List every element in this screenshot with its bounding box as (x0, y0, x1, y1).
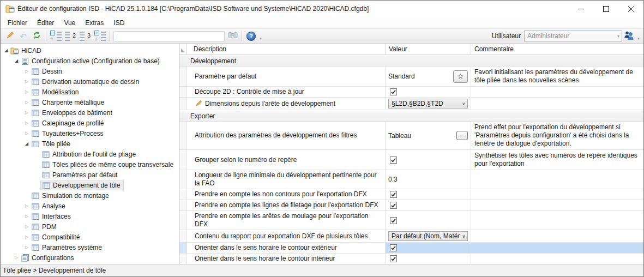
grid-row-parametre-par-defaut[interactable]: Paramètre par défautStandard☆Favori init… (179, 67, 643, 87)
toolbar-overflow-button[interactable]: ▾ (258, 30, 263, 42)
column-header-description[interactable]: Description (187, 44, 386, 55)
tree-item-tole-pliee[interactable]: ◢Tôle pliée (1, 138, 179, 149)
minimize-button[interactable] (568, 1, 593, 17)
column-header-commentaire[interactable]: Commentaire (471, 44, 643, 55)
tree-item-parametres-systeme[interactable]: ▷Paramètres système (1, 242, 179, 252)
tree-item-charpente-metallique[interactable]: ▷Charpente métallique (1, 97, 179, 107)
tree-item-parametres-par-defaut[interactable]: Paramètres par défaut (1, 170, 179, 180)
checkbox-checked[interactable] (390, 255, 397, 262)
expander-collapsed-icon[interactable]: ▷ (23, 100, 30, 105)
column-header-valeur[interactable]: Valeur (386, 44, 471, 55)
tree-item-calepinage-de-profile[interactable]: ▷Calepinage de profilé (1, 118, 179, 128)
tree-item-label: Enveloppes de bâtiment (42, 109, 115, 117)
menu-editer[interactable]: Éditer (32, 17, 59, 28)
expand-level-2-button[interactable]: 2 (63, 30, 78, 43)
tree-item-hicad[interactable]: ◢HiCAD (1, 45, 179, 56)
comment-cell (471, 98, 643, 110)
expand-tree-button[interactable]: +↓ (93, 30, 107, 43)
tree-item-modelisation[interactable]: ▷Modélisation (1, 87, 179, 97)
tree-item-label: Configuration active (Configuration de b… (32, 57, 162, 65)
menu-vue[interactable]: Vue (59, 17, 80, 28)
grid-row-decoupe-2d-controle-de-mise-a-jour[interactable]: Découpe 2D : Contrôle de mise à jour (179, 87, 643, 98)
menu-isd[interactable]: ISD (109, 17, 129, 28)
expander-collapsed-icon[interactable]: ▷ (23, 80, 30, 84)
tree-item-derivation-automatique-de-dessin[interactable]: ▷Dérivation automatique de dessin (1, 76, 179, 87)
tree-item-interfaces[interactable]: ▷Interfaces (1, 211, 179, 221)
menu-extras[interactable]: Extras (80, 17, 109, 28)
tree-item-content: Attribution de l'outil de pliage (40, 149, 139, 159)
tree-item-simulation-de-montage[interactable]: Simulation de montage (1, 190, 179, 201)
tree-item-configurations[interactable]: ▷Configurations (1, 252, 179, 263)
grid-row-prendre-en-compte-les-aretes-de-moulage-po[interactable]: Prendre en compte les arêtes de moulage … (179, 211, 643, 230)
value-select[interactable]: §L2D,§B2D,§T2D∨ (388, 99, 468, 109)
tree-item-developpement-de-tole[interactable]: Développement de tôle (1, 180, 179, 190)
expander-collapsed-icon[interactable]: ▷ (23, 245, 30, 250)
grid-row-attribution-des-parametres-de-developpemen[interactable]: Attribution des paramètres de développem… (179, 122, 643, 150)
tree-item-analyse[interactable]: ▷Analyse (1, 201, 179, 211)
tree-item-enveloppes-de-batiment[interactable]: ▷Enveloppes de bâtiment (1, 107, 179, 118)
grid-row-orienter-dans-le-sens-horaire-le-contour-i[interactable]: Orienter dans le sens horaire le contour… (179, 254, 643, 264)
expander-expanded-icon[interactable]: ◢ (23, 142, 30, 146)
refresh-button[interactable] (30, 30, 44, 43)
comment-cell: Favori initialisant les paramètres du dé… (471, 67, 643, 86)
ellipsis-button[interactable]: ... (456, 131, 468, 140)
expander-collapsed-icon[interactable]: ▷ (23, 214, 30, 219)
menu-fichier[interactable]: Fichier (3, 17, 32, 28)
favorite-button[interactable]: ☆ (453, 70, 468, 83)
checkbox-checked[interactable] (390, 217, 397, 224)
tree-item-label: Calepinage de profilé (42, 119, 106, 127)
checkbox-checked[interactable] (390, 156, 397, 164)
tree-item-dessin[interactable]: ▷Dessin (1, 66, 179, 76)
tree-item-pdm[interactable]: ▷PDM (1, 221, 179, 232)
expander-collapsed-icon[interactable]: ▷ (23, 235, 30, 239)
tree-item-tuyauteries-process[interactable]: ▷Tuyauteries+Process (1, 128, 179, 138)
grid-row-grouper-selon-le-numero-de-repere[interactable]: Grouper selon le numéro de repèreSynthét… (179, 150, 643, 170)
tree-item-compatibilite[interactable]: ▷Compatibilité (1, 232, 179, 242)
edit-button[interactable] (3, 30, 16, 43)
expander-expanded-icon[interactable]: ◢ (3, 49, 9, 53)
grid-row-orienter-dans-le-sens-horaire-le-contour-e[interactable]: Orienter dans le sens horaire le contour… (179, 243, 643, 254)
tree-item-content: Charpente métallique (30, 98, 107, 107)
grid-row-prendre-en-compte-les-non-contours-pour-l-[interactable]: Prendre en compte les non contours pour … (179, 189, 643, 200)
grid-row-dimensions-depuis-l-arete-de-developpement[interactable]: Dimensions depuis l'arête de développeme… (179, 98, 643, 110)
tree-item-attribution-de-l-outil-de-pliage[interactable]: Attribution de l'outil de pliage (1, 149, 179, 159)
row-indicator-cell (179, 243, 187, 253)
grid-row-contenu-du-rapport-pour-exportation-dxf-de[interactable]: Contenu du rapport pour exportation DXF … (179, 230, 643, 243)
checkbox-checked[interactable] (390, 202, 397, 209)
expander-collapsed-icon[interactable]: ▷ (23, 111, 30, 115)
expander-collapsed-icon[interactable]: ▷ (23, 90, 30, 94)
search-input[interactable] (113, 31, 225, 41)
value-cell: Par défaut (Nom, Matér∨ (386, 230, 471, 242)
binoculars-icon (228, 32, 238, 40)
expander-collapsed-icon[interactable]: ▷ (13, 256, 20, 260)
table-icon (31, 77, 40, 86)
tree-item-label: Compatibilité (42, 233, 82, 241)
grid-corner-cell[interactable] (179, 44, 187, 55)
grid-row-prendre-en-compte-les-lignes-de-filetage-p[interactable]: Prendre en compte les lignes de filetage… (179, 200, 643, 211)
help-button[interactable]: ? (244, 30, 258, 43)
expand-level-3-button[interactable]: 3 (78, 30, 93, 43)
collapse-tree-button[interactable]: −↑ (49, 30, 63, 43)
tree-item-toles-pliees-de-meme-coupe-transversale[interactable]: Tôles pliées de même coupe transversale (1, 159, 179, 170)
expander-collapsed-icon[interactable]: ▷ (23, 204, 30, 208)
value-cell (386, 87, 471, 97)
tree-item-content: Interfaces (30, 212, 74, 221)
expander-collapsed-icon[interactable]: ▷ (23, 121, 30, 125)
close-button[interactable] (618, 1, 643, 17)
toolbar-overflow-button[interactable]: ▾ (636, 30, 641, 42)
expander-collapsed-icon[interactable]: ▷ (23, 69, 30, 74)
checkbox-checked[interactable] (390, 88, 397, 95)
config-tree: ◢HiCAD◢Configuration active (Configurati… (1, 44, 179, 264)
manage-users-button[interactable] (622, 30, 636, 43)
tree-item-label: Interfaces (42, 213, 73, 220)
checkbox-checked[interactable] (390, 244, 397, 251)
maximize-button[interactable] (593, 1, 618, 17)
expander-collapsed-icon[interactable]: ▷ (23, 225, 30, 229)
row-indicator-cell (179, 254, 187, 264)
checkbox-checked[interactable] (390, 191, 397, 198)
expander-expanded-icon[interactable]: ◢ (13, 59, 20, 63)
grid-row-longueur-de-ligne-minimale-du-developpemen[interactable]: Longueur de ligne minimale du développem… (179, 170, 643, 189)
value-select[interactable]: Par défaut (Nom, Matér∨ (388, 231, 468, 241)
tree-item-configuration-active-configuration-de-base[interactable]: ◢Configuration active (Configuration de … (1, 56, 179, 66)
expander-collapsed-icon[interactable]: ▷ (23, 131, 30, 136)
